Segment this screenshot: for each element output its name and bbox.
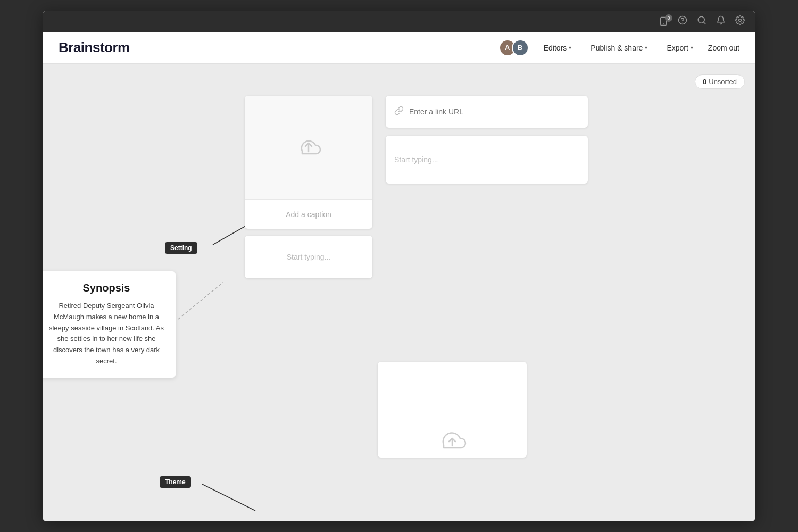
unsorted-badge[interactable]: 0 Unsorted xyxy=(695,74,745,89)
system-bar: 0 xyxy=(43,11,755,32)
upload-area[interactable] xyxy=(245,96,372,200)
synopsis-title: Synopsis xyxy=(47,282,166,294)
synopsis-card: Synopsis Retired Deputy Sergeant Olivia … xyxy=(43,271,176,378)
setting-label[interactable]: Setting xyxy=(165,242,197,254)
page-title: Brainstorm xyxy=(59,39,130,56)
export-button[interactable]: Export ▾ xyxy=(662,41,697,54)
canvas-area: 0 Unsorted Add a caption Start typing... xyxy=(43,64,755,521)
header-right: A B Editors ▾ Publish & share ▾ Export ▾… xyxy=(499,39,739,56)
export-chevron: ▾ xyxy=(691,45,693,51)
link-url-input[interactable] xyxy=(409,107,579,116)
avatar-2: B xyxy=(512,39,529,56)
svg-point-6 xyxy=(739,19,742,22)
notification-icon[interactable] xyxy=(716,15,726,27)
svg-line-9 xyxy=(202,484,255,511)
caption-placeholder: Add a caption xyxy=(286,210,331,219)
app-header: Brainstorm A B Editors ▾ Publish & share… xyxy=(43,32,755,64)
editors-label: Editors xyxy=(544,44,567,52)
caption-area[interactable]: Add a caption xyxy=(245,200,372,229)
settings-icon[interactable] xyxy=(735,15,745,27)
unsorted-count: 0 xyxy=(703,78,706,86)
bottom-right-card[interactable] xyxy=(378,362,527,458)
text-card-1[interactable]: Start typing... xyxy=(245,236,372,278)
editors-button[interactable]: Editors ▾ xyxy=(539,41,576,54)
editors-chevron: ▾ xyxy=(569,45,571,51)
typing-placeholder-2: Start typing... xyxy=(287,253,330,261)
phone-icon-badge[interactable]: 0 xyxy=(659,16,668,26)
typing-placeholder-1: Start typing... xyxy=(394,155,438,164)
bottom-cloud-icon xyxy=(436,426,468,452)
publish-chevron: ▾ xyxy=(645,45,647,51)
link-icon xyxy=(394,106,404,118)
synopsis-body: Retired Deputy Sergeant Olivia McMaugh m… xyxy=(47,301,166,367)
typing-card-large[interactable]: Start typing... xyxy=(386,136,588,184)
publish-label: Publish & share xyxy=(591,44,643,52)
header-left: Brainstorm xyxy=(59,39,130,56)
zoom-out-button[interactable]: Zoom out xyxy=(708,44,739,52)
publish-share-button[interactable]: Publish & share ▾ xyxy=(586,41,652,54)
upload-cloud-icon xyxy=(294,132,323,162)
upload-card[interactable]: Add a caption xyxy=(245,96,372,229)
search-icon[interactable] xyxy=(697,15,706,27)
svg-line-8 xyxy=(178,282,223,319)
link-card[interactable] xyxy=(386,96,588,128)
badge-count: 0 xyxy=(665,14,672,22)
avatars-group: A B xyxy=(499,39,529,56)
theme-label[interactable]: Theme xyxy=(160,476,191,488)
help-icon[interactable] xyxy=(678,15,687,27)
unsorted-label: Unsorted xyxy=(709,78,737,86)
export-label: Export xyxy=(667,44,688,52)
svg-line-5 xyxy=(703,22,705,23)
